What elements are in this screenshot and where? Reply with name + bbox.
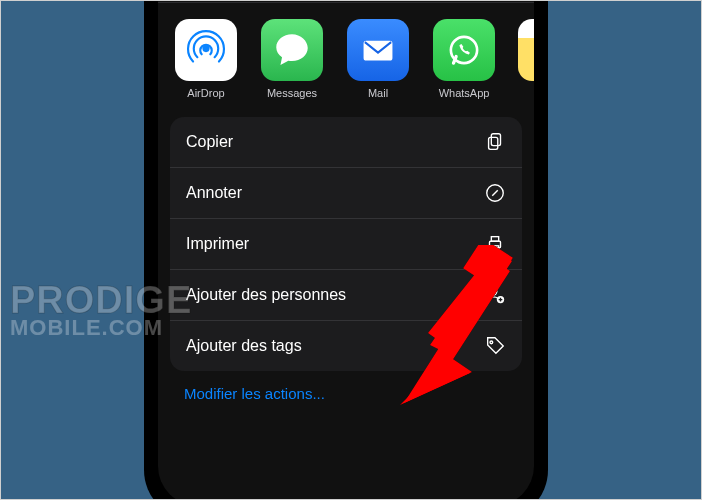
copy-icon xyxy=(484,131,506,153)
app-label: Mail xyxy=(368,87,388,99)
phone-frame: M F M M xyxy=(144,0,548,500)
action-label: Ajouter des tags xyxy=(186,337,302,355)
printer-icon xyxy=(484,233,506,255)
action-label: Imprimer xyxy=(186,235,249,253)
app-label: Messages xyxy=(267,87,317,99)
app-label: WhatsApp xyxy=(439,87,490,99)
actions-list: Copier Annoter Imprimer Ajouter des pers… xyxy=(170,117,522,371)
svg-rect-7 xyxy=(491,237,498,242)
messages-icon xyxy=(261,19,323,81)
mail-icon xyxy=(347,19,409,81)
app-mail[interactable]: Mail xyxy=(346,19,410,99)
pencil-circle-icon xyxy=(484,182,506,204)
share-sheet: M F M M xyxy=(158,0,534,500)
svg-point-11 xyxy=(490,341,493,344)
airdrop-icon xyxy=(175,19,237,81)
action-add-tags[interactable]: Ajouter des tags xyxy=(170,321,522,371)
action-label: Copier xyxy=(186,133,233,151)
whatsapp-icon xyxy=(433,19,495,81)
watermark-line2: MOBILE.COM xyxy=(10,318,192,339)
svg-rect-8 xyxy=(491,246,498,252)
action-add-people[interactable]: Ajouter des personnes xyxy=(170,270,522,321)
app-whatsapp[interactable]: WhatsApp xyxy=(432,19,496,99)
action-copy[interactable]: Copier xyxy=(170,117,522,168)
svg-point-9 xyxy=(490,288,497,295)
action-label: Ajouter des personnes xyxy=(186,286,346,304)
app-messages[interactable]: Messages xyxy=(260,19,324,99)
tag-icon xyxy=(484,335,506,357)
svg-rect-4 xyxy=(489,137,498,149)
watermark: PRODIGE MOBILE.COM xyxy=(10,282,192,339)
notes-icon xyxy=(518,19,534,81)
action-print[interactable]: Imprimer xyxy=(170,219,522,270)
svg-rect-3 xyxy=(491,134,500,146)
action-label: Annoter xyxy=(186,184,242,202)
edit-actions-link[interactable]: Modifier les actions... xyxy=(158,371,534,416)
app-notes[interactable] xyxy=(518,19,534,99)
app-airdrop[interactable]: AirDrop xyxy=(174,19,238,99)
action-annotate[interactable]: Annoter xyxy=(170,168,522,219)
watermark-line1: PRODIGE xyxy=(10,282,192,318)
app-label: AirDrop xyxy=(187,87,224,99)
apps-row: AirDrop Messages Mail xyxy=(158,2,534,105)
person-add-icon xyxy=(484,284,506,306)
